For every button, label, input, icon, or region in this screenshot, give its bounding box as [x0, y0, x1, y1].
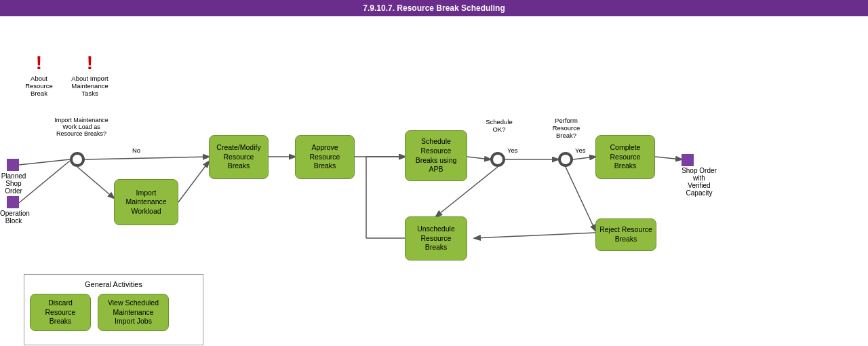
- diagram-area: ! AboutResourceBreak ! About ImportMaint…: [0, 16, 868, 345]
- box-discard-resource-breaks[interactable]: DiscardResourceBreaks: [30, 294, 91, 331]
- label-no: No: [132, 147, 140, 154]
- box-unschedule-resource-breaks[interactable]: UnscheduleResourceBreaks: [405, 216, 467, 261]
- svg-line-10: [655, 157, 682, 159]
- svg-line-0: [19, 159, 70, 165]
- box-view-scheduled-maintenance[interactable]: View ScheduledMaintenanceImport Jobs: [98, 294, 169, 331]
- general-activities-section: General Activities DiscardResourceBreaks…: [24, 274, 203, 345]
- label-perform-resource-break: PerformResourceBreak?: [546, 117, 587, 139]
- box-reject-resource-breaks[interactable]: Reject ResourceBreaks: [595, 218, 656, 251]
- icon-import-maintenance[interactable]: ! About ImportMaintenance Tasks: [64, 54, 115, 97]
- svg-line-4: [178, 161, 209, 202]
- label-planned-shop-order: PlannedShop Order: [0, 172, 27, 195]
- gateway-schedule-ok: [490, 152, 505, 167]
- label-operation-block: OperationBlock: [0, 210, 27, 225]
- label-shop-order-verified: Shop OrderwithVerifiedCapacity: [676, 167, 722, 197]
- box-create-modify-resource-breaks[interactable]: Create/ModifyResourceBreaks: [209, 135, 269, 179]
- title-bar: 7.9.10.7. Resource Break Scheduling: [0, 0, 868, 16]
- box-schedule-apb[interactable]: ScheduleResourceBreaks usingAPB: [405, 130, 467, 181]
- box-complete-resource-breaks[interactable]: CompleteResourceBreaks: [595, 135, 655, 179]
- label-import-workload-question: Import MaintenanceWork Load asResource B…: [44, 117, 119, 137]
- svg-line-9: [573, 157, 595, 159]
- end-shop-order: [682, 154, 694, 166]
- box-import-maintenance-workload[interactable]: ImportMaintenanceWorkload: [114, 179, 178, 225]
- svg-line-16: [475, 233, 595, 238]
- start-operation-block: [7, 196, 19, 208]
- box-approve-resource-breaks[interactable]: ApproveResourceBreaks: [295, 135, 355, 179]
- svg-line-2: [85, 157, 209, 159]
- title-text: 7.9.10.7. Resource Break Scheduling: [363, 3, 505, 13]
- start-planned-shop-order: [7, 159, 19, 171]
- gateway-import-decision: [70, 152, 85, 167]
- label-schedule-ok: ScheduleOK?: [479, 118, 519, 133]
- svg-line-15: [566, 167, 595, 231]
- label-yes-2: Yes: [575, 147, 586, 154]
- svg-line-3: [77, 167, 114, 198]
- icon-resource-break[interactable]: ! AboutResourceBreak: [17, 54, 61, 97]
- general-activities-inner: DiscardResourceBreaks View ScheduledMain…: [30, 294, 197, 331]
- general-activities-title: General Activities: [30, 280, 197, 288]
- svg-line-7: [467, 157, 490, 159]
- gateway-perform-resource-break: [558, 152, 573, 167]
- label-yes-1: Yes: [507, 147, 518, 154]
